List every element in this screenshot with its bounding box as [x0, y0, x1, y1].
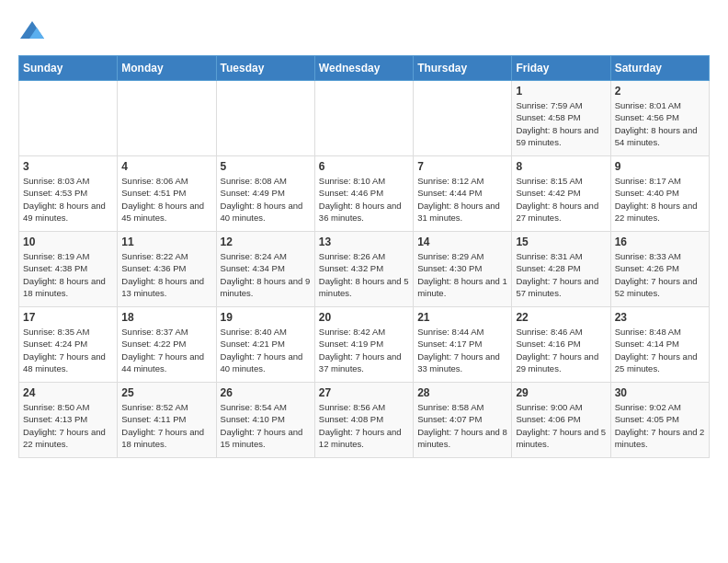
calendar-cell: 29Sunrise: 9:00 AM Sunset: 4:06 PM Dayli… [512, 383, 610, 458]
calendar-cell: 20Sunrise: 8:42 AM Sunset: 4:19 PM Dayli… [314, 307, 413, 383]
day-number: 30 [615, 386, 705, 399]
day-info: Sunrise: 8:58 AM Sunset: 4:07 PM Dayligh… [417, 401, 507, 450]
day-number: 25 [121, 386, 211, 399]
calendar-cell: 9Sunrise: 8:17 AM Sunset: 4:40 PM Daylig… [610, 156, 709, 232]
page-header [18, 18, 710, 46]
header-thursday: Thursday [414, 56, 512, 81]
day-number: 6 [319, 160, 409, 173]
day-number: 9 [615, 160, 705, 173]
day-info: Sunrise: 8:50 AM Sunset: 4:13 PM Dayligh… [23, 401, 113, 450]
calendar-cell: 3Sunrise: 8:03 AM Sunset: 4:53 PM Daylig… [19, 156, 118, 232]
calendar-cell: 21Sunrise: 8:44 AM Sunset: 4:17 PM Dayli… [414, 307, 512, 383]
calendar-cell: 1Sunrise: 7:59 AM Sunset: 4:58 PM Daylig… [512, 81, 610, 156]
day-number: 8 [516, 160, 606, 173]
day-info: Sunrise: 8:46 AM Sunset: 4:16 PM Dayligh… [516, 326, 606, 374]
day-number: 21 [417, 311, 507, 324]
day-number: 26 [221, 386, 311, 399]
calendar-week-3: 10Sunrise: 8:19 AM Sunset: 4:38 PM Dayli… [19, 232, 710, 307]
day-info: Sunrise: 8:35 AM Sunset: 4:24 PM Dayligh… [23, 326, 113, 374]
calendar-cell [414, 81, 512, 156]
day-info: Sunrise: 8:40 AM Sunset: 4:21 PM Dayligh… [221, 326, 311, 374]
calendar-header-row: SundayMondayTuesdayWednesdayThursdayFrid… [19, 56, 710, 81]
day-info: Sunrise: 8:44 AM Sunset: 4:17 PM Dayligh… [417, 326, 507, 374]
day-info: Sunrise: 8:06 AM Sunset: 4:51 PM Dayligh… [121, 175, 211, 224]
day-info: Sunrise: 8:03 AM Sunset: 4:53 PM Dayligh… [23, 175, 113, 224]
calendar-cell: 13Sunrise: 8:26 AM Sunset: 4:32 PM Dayli… [314, 232, 413, 307]
calendar-cell: 11Sunrise: 8:22 AM Sunset: 4:36 PM Dayli… [118, 232, 216, 307]
day-number: 7 [417, 160, 507, 173]
calendar-week-1: 1Sunrise: 7:59 AM Sunset: 4:58 PM Daylig… [19, 81, 710, 156]
day-number: 14 [417, 236, 507, 248]
calendar-cell [216, 81, 314, 156]
day-number: 24 [23, 386, 113, 399]
day-number: 22 [516, 311, 606, 324]
calendar-cell: 16Sunrise: 8:33 AM Sunset: 4:26 PM Dayli… [610, 232, 709, 307]
calendar-cell: 2Sunrise: 8:01 AM Sunset: 4:56 PM Daylig… [610, 81, 709, 156]
day-number: 1 [516, 85, 606, 98]
calendar-cell: 28Sunrise: 8:58 AM Sunset: 4:07 PM Dayli… [414, 383, 512, 458]
calendar-week-2: 3Sunrise: 8:03 AM Sunset: 4:53 PM Daylig… [19, 156, 710, 232]
calendar-cell: 14Sunrise: 8:29 AM Sunset: 4:30 PM Dayli… [414, 232, 512, 307]
header-monday: Monday [118, 56, 216, 81]
day-number: 2 [615, 85, 705, 98]
day-info: Sunrise: 8:52 AM Sunset: 4:11 PM Dayligh… [121, 401, 211, 450]
day-number: 11 [121, 236, 211, 248]
header-friday: Friday [512, 56, 610, 81]
day-info: Sunrise: 9:00 AM Sunset: 4:06 PM Dayligh… [516, 401, 606, 450]
calendar-cell [118, 81, 216, 156]
day-number: 23 [615, 311, 705, 324]
header-sunday: Sunday [19, 56, 118, 81]
day-number: 4 [121, 160, 211, 173]
day-info: Sunrise: 8:29 AM Sunset: 4:30 PM Dayligh… [417, 250, 507, 299]
day-number: 16 [615, 236, 705, 248]
day-number: 20 [319, 311, 409, 324]
day-info: Sunrise: 8:24 AM Sunset: 4:34 PM Dayligh… [221, 250, 311, 299]
day-info: Sunrise: 8:19 AM Sunset: 4:38 PM Dayligh… [23, 250, 113, 299]
day-info: Sunrise: 8:12 AM Sunset: 4:44 PM Dayligh… [417, 175, 507, 224]
calendar-cell: 18Sunrise: 8:37 AM Sunset: 4:22 PM Dayli… [118, 307, 216, 383]
header-tuesday: Tuesday [216, 56, 314, 81]
day-info: Sunrise: 8:37 AM Sunset: 4:22 PM Dayligh… [121, 326, 211, 374]
calendar-cell [19, 81, 118, 156]
day-info: Sunrise: 8:01 AM Sunset: 4:56 PM Dayligh… [615, 99, 705, 148]
day-number: 27 [319, 386, 409, 399]
day-number: 12 [221, 236, 311, 248]
day-info: Sunrise: 8:10 AM Sunset: 4:46 PM Dayligh… [319, 175, 409, 224]
calendar-cell: 22Sunrise: 8:46 AM Sunset: 4:16 PM Dayli… [512, 307, 610, 383]
day-info: Sunrise: 8:15 AM Sunset: 4:42 PM Dayligh… [516, 175, 606, 224]
calendar-table: SundayMondayTuesdayWednesdayThursdayFrid… [18, 55, 710, 458]
calendar-cell: 25Sunrise: 8:52 AM Sunset: 4:11 PM Dayli… [118, 383, 216, 458]
day-number: 28 [417, 386, 507, 399]
calendar-cell: 30Sunrise: 9:02 AM Sunset: 4:05 PM Dayli… [610, 383, 709, 458]
header-wednesday: Wednesday [314, 56, 413, 81]
day-info: Sunrise: 7:59 AM Sunset: 4:58 PM Dayligh… [516, 99, 606, 148]
calendar-cell: 10Sunrise: 8:19 AM Sunset: 4:38 PM Dayli… [19, 232, 118, 307]
calendar-cell: 17Sunrise: 8:35 AM Sunset: 4:24 PM Dayli… [19, 307, 118, 383]
day-number: 19 [221, 311, 311, 324]
calendar-cell: 19Sunrise: 8:40 AM Sunset: 4:21 PM Dayli… [216, 307, 314, 383]
calendar-cell: 24Sunrise: 8:50 AM Sunset: 4:13 PM Dayli… [19, 383, 118, 458]
day-number: 13 [319, 236, 409, 248]
day-info: Sunrise: 8:42 AM Sunset: 4:19 PM Dayligh… [319, 326, 409, 374]
logo [18, 18, 50, 46]
logo-icon [18, 18, 46, 46]
calendar-cell: 7Sunrise: 8:12 AM Sunset: 4:44 PM Daylig… [414, 156, 512, 232]
day-number: 29 [516, 386, 606, 399]
day-info: Sunrise: 8:54 AM Sunset: 4:10 PM Dayligh… [221, 401, 311, 450]
calendar-week-5: 24Sunrise: 8:50 AM Sunset: 4:13 PM Dayli… [19, 383, 710, 458]
day-number: 10 [23, 236, 113, 248]
calendar-cell [314, 81, 413, 156]
day-info: Sunrise: 8:48 AM Sunset: 4:14 PM Dayligh… [615, 326, 705, 374]
day-number: 18 [121, 311, 211, 324]
day-number: 15 [516, 236, 606, 248]
day-number: 17 [23, 311, 113, 324]
day-number: 3 [23, 160, 113, 173]
calendar-cell: 6Sunrise: 8:10 AM Sunset: 4:46 PM Daylig… [314, 156, 413, 232]
calendar-cell: 12Sunrise: 8:24 AM Sunset: 4:34 PM Dayli… [216, 232, 314, 307]
day-info: Sunrise: 8:33 AM Sunset: 4:26 PM Dayligh… [615, 250, 705, 299]
calendar-cell: 27Sunrise: 8:56 AM Sunset: 4:08 PM Dayli… [314, 383, 413, 458]
day-number: 5 [221, 160, 311, 173]
calendar-cell: 5Sunrise: 8:08 AM Sunset: 4:49 PM Daylig… [216, 156, 314, 232]
day-info: Sunrise: 9:02 AM Sunset: 4:05 PM Dayligh… [615, 401, 705, 450]
calendar-week-4: 17Sunrise: 8:35 AM Sunset: 4:24 PM Dayli… [19, 307, 710, 383]
